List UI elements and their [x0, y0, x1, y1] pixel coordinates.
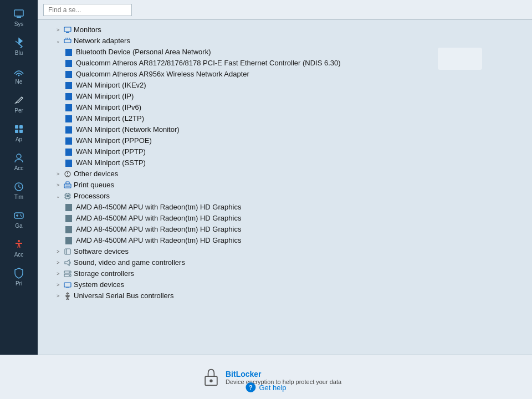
wan-sstp-icon — [65, 158, 74, 167]
amd-2-label: AMD A8-4500M APU with Radeon(tm) HD Grap… — [76, 213, 241, 223]
get-help-label[interactable]: Get help — [259, 383, 286, 392]
svg-point-56 — [209, 379, 212, 382]
svg-rect-46 — [64, 274, 71, 277]
sidebar-item-time[interactable]: Tim — [0, 176, 38, 204]
expand-network[interactable]: ⌄ — [54, 37, 62, 45]
system-devices-icon — [63, 280, 72, 289]
wan-ipv6-label: WAN Miniport (IPv6) — [76, 103, 141, 112]
sidebar-label-network: Ne — [16, 79, 23, 85]
sidebar-item-gaming[interactable]: Ga — [0, 204, 38, 233]
sidebar-item-system[interactable]: Sys — [0, 3, 38, 32]
wan-sstp-label: WAN Miniport (SSTP) — [76, 158, 146, 168]
svg-line-4 — [22, 97, 23, 98]
get-help-link[interactable]: ? Get help — [245, 382, 286, 392]
bottom-bar: BitLocker Device encryption to help prot… — [0, 355, 532, 399]
sidebar: Sys Blu Ne Per Ap Acc Tim — [0, 0, 38, 399]
svg-rect-0 — [14, 10, 23, 16]
sidebar-label-per: Per — [14, 108, 23, 114]
expand-other[interactable]: > — [54, 170, 62, 178]
system-icon — [13, 8, 25, 20]
expand-monitors[interactable]: > — [54, 26, 62, 34]
tree-item-amd-1[interactable]: AMD A8-4500M APU with Radeon(tm) HD Grap… — [43, 202, 526, 213]
qualcomm-ethernet-label: Qualcomm Atheros AR8172/8176/8178 PCI-E … — [76, 58, 341, 68]
wan-pptp-icon — [65, 147, 74, 156]
sidebar-item-bluetooth[interactable]: Blu — [0, 32, 38, 60]
tree-item-print-queues[interactable]: > Print queues — [43, 180, 526, 191]
tree-item-qualcomm-ethernet[interactable]: Qualcomm Atheros AR8172/8176/8178 PCI-E … — [43, 58, 526, 69]
privacy-icon — [13, 267, 25, 279]
tree-item-wan-sstp[interactable]: WAN Miniport (SSTP) — [43, 157, 526, 168]
bluetooth-pan-icon — [65, 48, 74, 57]
wan-ikev2-label: WAN Miniport (IKEv2) — [76, 80, 146, 90]
wan-ipv6-icon — [65, 103, 74, 112]
expand-storage[interactable]: > — [54, 270, 62, 278]
tree-item-wan-ikev2[interactable]: WAN Miniport (IKEv2) — [43, 80, 526, 91]
sidebar-label-apps: Ap — [16, 136, 22, 142]
expand-print[interactable]: > — [54, 181, 62, 189]
software-devices-label: Software devices — [74, 247, 129, 257]
tree-item-bluetooth-pan[interactable]: Bluetooth Device (Personal Area Network) — [43, 47, 526, 58]
other-devices-icon — [63, 170, 72, 178]
network-icon — [13, 65, 25, 78]
tree-item-wan-ipv6[interactable]: WAN Miniport (IPv6) — [43, 102, 526, 113]
sidebar-item-apps[interactable]: Ap — [0, 118, 38, 147]
tree-item-processors[interactable]: ⌄ Processors — [43, 191, 526, 202]
search-bar — [38, 0, 532, 20]
tree-item-amd-3[interactable]: AMD A8-4500M APU with Radeon(tm) HD Grap… — [43, 224, 526, 235]
bitlocker-title[interactable]: BitLocker — [226, 370, 341, 378]
processors-icon — [63, 192, 72, 201]
sidebar-item-personalization[interactable]: Per — [0, 89, 38, 118]
search-input[interactable] — [43, 4, 132, 16]
sidebar-label-accessibility: Acc — [14, 252, 24, 258]
svg-rect-49 — [64, 283, 71, 287]
tree-item-wan-l2tp[interactable]: WAN Miniport (L2TP) — [43, 113, 526, 124]
wan-ikev2-icon — [65, 81, 74, 90]
tree-item-usb-controllers[interactable]: > Universal Serial Bus controllers — [43, 290, 526, 301]
qualcomm-ethernet-icon — [65, 59, 74, 68]
amd-1-icon — [65, 203, 74, 212]
svg-rect-7 — [15, 130, 18, 133]
wan-pppoe-icon — [65, 136, 74, 145]
tree-item-monitors[interactable]: > Monitors — [43, 24, 526, 35]
tree-item-wan-ip[interactable]: WAN Miniport (IP) — [43, 91, 526, 102]
expand-system-devices[interactable]: > — [54, 281, 62, 289]
tree-item-other-devices[interactable]: > Other devices — [43, 168, 526, 180]
sidebar-label-gaming: Ga — [15, 223, 22, 229]
tree-item-software-devices[interactable]: > Software devices — [43, 246, 526, 257]
tree-item-qualcomm-wifi[interactable]: Qualcomm Atheros AR956x Wireless Network… — [43, 69, 526, 80]
sidebar-label-privacy: Pri — [16, 280, 22, 287]
tree-item-sound-video[interactable]: > Sound, video and game controllers — [43, 257, 526, 268]
expand-processors[interactable]: ⌄ — [54, 192, 62, 200]
tree-item-wan-pppoe[interactable]: WAN Miniport (PPPOE) — [43, 135, 526, 146]
qualcomm-wifi-label: Qualcomm Atheros AR956x Wireless Network… — [76, 69, 249, 79]
storage-controllers-icon — [63, 269, 72, 278]
sidebar-item-accounts[interactable]: Acc — [0, 147, 38, 176]
expand-software[interactable]: > — [54, 248, 62, 255]
expand-usb[interactable]: > — [54, 292, 62, 300]
sidebar-item-network[interactable]: Ne — [0, 60, 38, 89]
svg-rect-34 — [66, 195, 69, 197]
tree-item-wan-pptp[interactable]: WAN Miniport (PPTP) — [43, 146, 526, 157]
svg-rect-1 — [17, 17, 21, 18]
wan-ip-icon — [65, 92, 74, 101]
tree-item-storage-controllers[interactable]: > Storage controllers — [43, 268, 526, 279]
svg-rect-22 — [66, 32, 69, 33]
svg-point-29 — [67, 175, 68, 176]
amd-4-icon — [65, 236, 74, 245]
sidebar-item-privacy[interactable]: Pri — [0, 262, 38, 291]
wan-netmon-label: WAN Miniport (Network Monitor) — [76, 125, 180, 135]
tree-item-system-devices[interactable]: > System devices — [43, 279, 526, 290]
pen-icon — [13, 94, 25, 106]
svg-rect-32 — [65, 186, 70, 187]
tree-item-amd-4[interactable]: AMD A8-4500M APU with Radeon(tm) HD Grap… — [43, 235, 526, 246]
tree-item-network-adapters[interactable]: ⌄ Network adapters — [43, 35, 526, 47]
monitor-icon — [63, 25, 72, 34]
sidebar-item-accessibility[interactable]: Acc — [0, 233, 38, 262]
accessibility-icon — [13, 238, 25, 250]
print-queues-icon — [63, 181, 72, 190]
tree-item-wan-netmon[interactable]: WAN Miniport (Network Monitor) — [43, 124, 526, 135]
main-content: > Monitors ⌄ Network adapters Bluetooth … — [38, 20, 532, 355]
expand-sound[interactable]: > — [54, 259, 62, 267]
svg-rect-5 — [15, 125, 18, 129]
tree-item-amd-2[interactable]: AMD A8-4500M APU with Radeon(tm) HD Grap… — [43, 213, 526, 224]
